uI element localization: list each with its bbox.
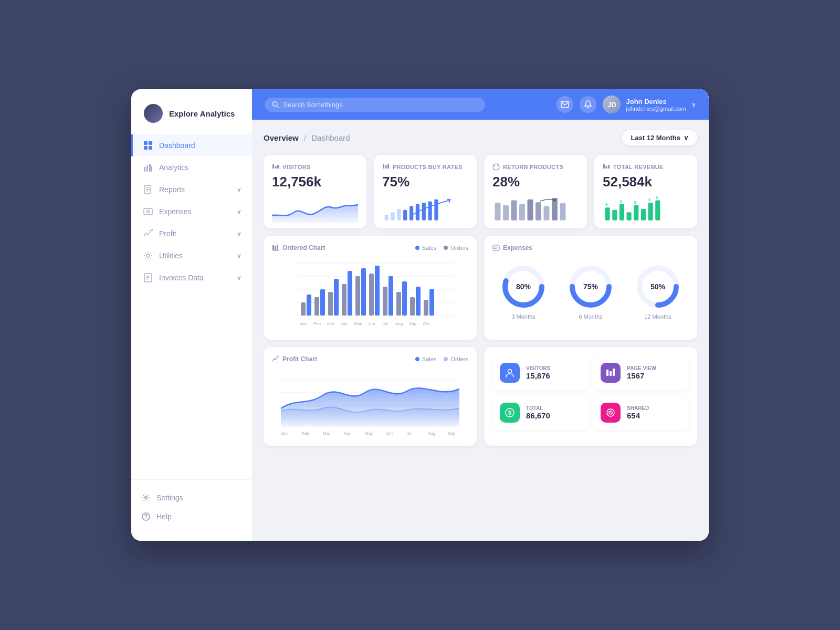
svg-rect-87 [361, 268, 366, 316]
svg-rect-11 [146, 191, 148, 192]
svg-rect-56 [605, 207, 610, 220]
svg-rect-30 [385, 165, 387, 169]
bell-icon [584, 100, 592, 109]
stat-shared-icon [601, 403, 621, 423]
return-value: 28% [492, 174, 579, 190]
stat-visitors-icon [500, 363, 520, 383]
svg-rect-97 [429, 289, 434, 316]
mail-icon-btn[interactable] [556, 96, 573, 113]
svg-point-131 [508, 370, 512, 373]
stat-shared: SHARED 654 [593, 395, 689, 430]
donut-3months: 80% 3 Months [500, 263, 547, 320]
sidebar-item-label: Invoices Data [159, 274, 204, 282]
svg-rect-94 [410, 297, 415, 316]
svg-rect-59 [627, 212, 632, 220]
svg-rect-17 [146, 276, 150, 277]
svg-rect-89 [375, 266, 380, 316]
svg-rect-49 [536, 202, 541, 220]
donuts-row: 80% 3 Months 75% [492, 258, 689, 325]
expenses-chart-icon [492, 244, 500, 251]
reports-arrow: ∨ [237, 186, 242, 193]
search-box[interactable] [265, 98, 485, 112]
bell-icon-btn[interactable] [580, 96, 596, 113]
sidebar-item-profit[interactable]: Profit ∨ [131, 223, 252, 245]
stat-cards-grid: Visitors 12,756k [264, 155, 697, 228]
svg-text:Jul: Jul [407, 431, 412, 436]
user-info[interactable]: JD John Denies johndenies@gmail.com ∨ [603, 96, 696, 113]
settings-icon [142, 494, 150, 502]
page-header: Overview / Dashboard Last 12 Months ∨ [264, 130, 697, 145]
svg-text:Sep: Sep [409, 321, 417, 326]
sidebar-item-label: Analytics [159, 163, 188, 172]
svg-rect-62 [648, 203, 653, 220]
legend-orders: Orders [444, 245, 468, 251]
profit-chart-svg: Jan Feb Mar Apr May Jun Jul Aug Sep [272, 369, 468, 437]
svg-rect-85 [348, 271, 352, 316]
sidebar-item-label: Profit [159, 229, 176, 238]
topbar: JD John Denies johndenies@gmail.com ∨ [252, 89, 709, 120]
svg-rect-133 [610, 371, 612, 376]
svg-text:May: May [365, 431, 373, 436]
svg-text:Jan: Jan [281, 431, 288, 436]
donut-6months: 75% 6 Months [567, 263, 614, 320]
utilities-icon [143, 251, 153, 260]
svg-rect-5 [146, 165, 148, 172]
help-label: Help [156, 512, 172, 521]
svg-rect-57 [612, 210, 617, 220]
svg-text:May: May [354, 321, 362, 326]
user-email: johndenies@gmail.com [626, 106, 686, 112]
ordered-chart-svg: Jan Feb Mar Apr May Jun Jul Aug Sep Oct [272, 258, 468, 331]
sidebar-item-reports[interactable]: Reports ∨ [131, 178, 252, 201]
date-filter-chevron: ∨ [684, 134, 689, 142]
buy-rates-value: 75% [382, 174, 468, 190]
legend-orders-dot [444, 246, 448, 250]
return-chart [492, 194, 579, 223]
svg-rect-32 [385, 215, 388, 220]
svg-rect-69 [272, 245, 274, 250]
visitors-title: Visitors [272, 163, 358, 171]
svg-point-15 [146, 254, 150, 257]
breadcrumb-sep: / [304, 133, 306, 142]
sidebar: Explore Analytics Dashboard [131, 89, 252, 541]
svg-rect-47 [519, 204, 525, 220]
svg-rect-86 [355, 276, 360, 316]
date-filter[interactable]: Last 12 Months ∨ [622, 130, 697, 145]
svg-rect-4 [144, 167, 145, 172]
breadcrumb-main: Overview [264, 133, 299, 142]
svg-rect-58 [620, 204, 624, 220]
svg-rect-81 [320, 289, 325, 316]
sidebar-item-utilities[interactable]: Utilities ∨ [131, 245, 252, 267]
help-item[interactable]: Help [142, 507, 242, 526]
sidebar-item-invoices[interactable]: Invoices Data ∨ [131, 267, 252, 289]
svg-text:Apr: Apr [344, 431, 351, 436]
svg-rect-1 [149, 141, 152, 145]
buy-rates-chart [382, 194, 468, 223]
buy-rates-icon [382, 163, 390, 171]
search-input[interactable] [283, 101, 478, 109]
svg-rect-132 [606, 370, 608, 376]
ordered-chart-icon [272, 244, 279, 251]
svg-rect-10 [146, 189, 150, 190]
visitors-card: Visitors 12,756k [264, 155, 366, 228]
sidebar-item-analytics[interactable]: Analytics [131, 156, 252, 178]
svg-rect-6 [149, 164, 151, 172]
profit-chart-icon [272, 355, 279, 363]
sidebar-item-dashboard[interactable]: Dashboard [131, 134, 252, 156]
total-revenue-card: Total Revenue 52,584k $ $ [594, 155, 697, 228]
reports-icon [143, 185, 153, 194]
svg-text:Mar: Mar [327, 321, 334, 326]
svg-rect-96 [424, 300, 428, 316]
profit-chart-card: Profit Chart Sales Orders [264, 347, 477, 446]
visitors-value: 12,756k [272, 174, 358, 190]
user-chevron-icon: ∨ [691, 101, 696, 108]
donut-3m-value: 80% [516, 282, 531, 291]
stat-pageview-label: PAGE VIEW [627, 365, 656, 371]
donut-3m-label: 3 Months [511, 313, 535, 320]
svg-point-13 [147, 211, 150, 213]
svg-rect-50 [543, 206, 549, 220]
content-area: Overview / Dashboard Last 12 Months ∨ [252, 120, 709, 541]
sidebar-item-expenses[interactable]: Expenses ∨ [131, 201, 252, 223]
settings-item[interactable]: Settings [142, 488, 242, 507]
breadcrumb: Overview / Dashboard [264, 133, 350, 142]
stat-visitors-value: 15,876 [526, 371, 551, 380]
